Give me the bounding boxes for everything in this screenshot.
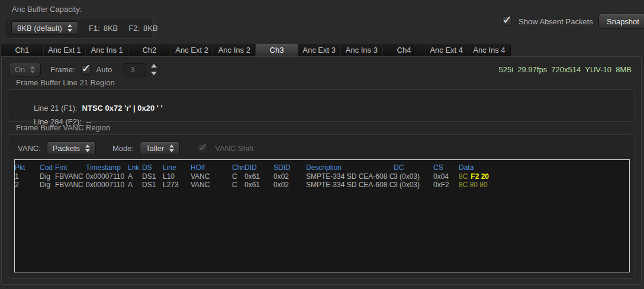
ch3-tab-page: On Frame: ✓ Auto 3 525i 29.97fps 720x514… [1,56,642,285]
packet-row[interactable]: 2 Dig FBVANC 0x00007110 A DS1 L273 VANC … [15,181,629,189]
col-pkt: Pkt [15,160,40,172]
vanc-region-title: Frame Buffer VANC Region [16,123,110,132]
spin-down-icon[interactable] [151,72,157,75]
tab-ch2[interactable]: Ch2 [128,44,171,56]
on-dropdown[interactable]: On [9,63,41,76]
tab-anc-ext-2[interactable]: Anc Ext 2 [171,44,214,56]
tab-anc-ins-1[interactable]: Anc Ins 1 [86,44,128,56]
frame-controls-row: On Frame: ✓ Auto 3 [9,63,157,76]
checkmark-icon: ✓ [82,62,91,75]
col-ds: DS [142,160,163,172]
cell-hoff: VANC [191,181,232,189]
tab-anc-ins-2[interactable]: Anc Ins 2 [213,44,256,56]
updown-arrows-icon [67,24,72,32]
tab-anc-ext-3[interactable]: Anc Ext 3 [298,44,341,56]
cell-description: SMPTE-334 SD CEA-608 CC [306,172,394,181]
snapshot-button[interactable]: Snapshot [598,14,644,29]
cell-dc: 3 (0x03) [394,181,433,189]
col-line: Line [163,160,191,172]
cell-chn: C [232,172,244,181]
cell-cs: 0xF2 [433,181,459,189]
channel-tabs: Ch1 Anc Ext 1 Anc Ins 1 Ch2 Anc Ext 2 An… [1,44,511,56]
tab-anc-ins-4[interactable]: Anc Ins 4 [468,44,511,56]
updown-arrows-icon [85,144,90,152]
line21-region-title: Frame Buffer Line 21 Region [16,78,115,87]
tab-ch3[interactable]: Ch3 [256,44,298,56]
capacity-dropdown[interactable]: 8KB (default) [11,21,78,35]
vanc-controls-row: VANC: Packets Mode: Taller ✓ VANC Shift [18,142,253,155]
vanc-region-box: VANC: Packets Mode: Taller ✓ VANC Shift [8,134,635,279]
cell-ds: DS1 [142,172,163,181]
tab-ch1[interactable]: Ch1 [1,44,44,56]
cell-sdid: 0x02 [273,181,306,189]
col-fmt: Fmt [55,160,86,172]
show-absent-packets-control: ✓ Show Absent Packets [502,17,593,26]
packet-row[interactable]: 1 Dig FBVANC 0x00007110 A DS1 L10 VANC C… [15,172,629,181]
packet-table-container: Pkt Cod Fmt Timestamp Lnk DS Line HOff C… [14,159,630,272]
col-did: DID [244,160,273,172]
frame-number-field[interactable]: 3 [124,63,146,76]
cell-chn: C [232,181,244,189]
cell-pkt: 1 [15,172,40,181]
auto-checkbox[interactable]: ✓ [81,65,91,75]
cell-ds: DS1 [142,181,163,189]
show-absent-packets-label: Show Absent Packets [519,17,593,26]
vanc-shift-checkbox[interactable]: ✓ [198,144,207,153]
show-absent-packets-checkbox[interactable]: ✓ [502,17,511,26]
cell-data: 8CF2 20 [459,172,629,181]
tab-anc-ext-4[interactable]: Anc Ext 4 [426,44,468,56]
cell-line: L10 [163,172,191,181]
vanc-mode-dropdown[interactable]: Packets [47,142,96,155]
col-dc: DC [394,160,433,172]
cell-line: L273 [163,181,191,189]
col-data: Data [459,160,629,172]
spin-up-icon[interactable] [151,64,157,68]
capacity-dropdown-value: 8KB (default) [17,24,62,33]
tab-anc-ins-3[interactable]: Anc Ins 3 [341,44,384,56]
cell-cod: Dig [40,181,55,189]
taller-mode-dropdown[interactable]: Taller [140,142,180,155]
cell-dc: 3 (0x03) [394,172,433,181]
checkmark-icon: ✓ [503,13,512,27]
cell-cod: Dig [40,172,55,181]
col-lnk: Lnk [128,160,142,172]
frame-number-stepper[interactable] [151,64,157,75]
video-format-info: 525i 29.97fps 720x514 YUV-10 8MB [498,65,632,74]
cell-sdid: 0x02 [273,172,306,181]
packet-table-header: Pkt Cod Fmt Timestamp Lnk DS Line HOff C… [15,160,629,172]
tab-ch4[interactable]: Ch4 [383,44,426,56]
on-dropdown-value: On [15,65,25,74]
updown-arrows-icon [169,144,174,152]
vanc-shift-control: ✓ VANC Shift [198,144,253,153]
col-cs: CS [433,160,459,172]
cell-lnk: A [128,172,142,181]
frame-label: Frame: [50,65,75,74]
cell-description: SMPTE-334 SD CEA-608 CC [306,181,394,189]
anc-buffer-capacity-label: Anc Buffer Capacity: [12,5,82,14]
col-cod: Cod [40,160,55,172]
col-timestamp: Timestamp [86,160,128,172]
col-description: Description [306,160,394,172]
cell-did: 0x61 [244,181,273,189]
cell-fmt: FBVANC [55,181,86,189]
cell-data: 8C 80 80 [459,181,629,189]
tab-anc-ext-1[interactable]: Anc Ext 1 [44,44,86,56]
vanc-shift-label: VANC Shift [215,144,253,153]
checkmark-icon: ✓ [198,140,208,154]
cell-pkt: 2 [15,181,40,189]
line21-region-box: Line 21 (F1):NTSC 0x72 'r' | 0x20 ' ' Li… [8,89,635,122]
auto-label: Auto [96,65,112,74]
cell-cs: 0x04 [433,172,459,181]
col-sdid: SDID [273,160,306,172]
updown-arrows-icon [30,66,35,73]
col-hoff: HOff [191,160,232,172]
col-chn: Chn [232,160,244,172]
mode-label: Mode: [112,144,134,153]
cell-fmt: FBVANC [55,172,86,181]
anc-inspector-window: Anc Buffer Capacity: 8KB (default) F1:8K… [0,0,644,289]
f2-capacity: F2:8KB [128,24,157,33]
f1-capacity: F1:8KB [89,24,118,33]
cell-hoff: VANC [191,172,232,181]
cell-timestamp: 0x00007110 [86,172,128,181]
cell-lnk: A [128,181,142,189]
